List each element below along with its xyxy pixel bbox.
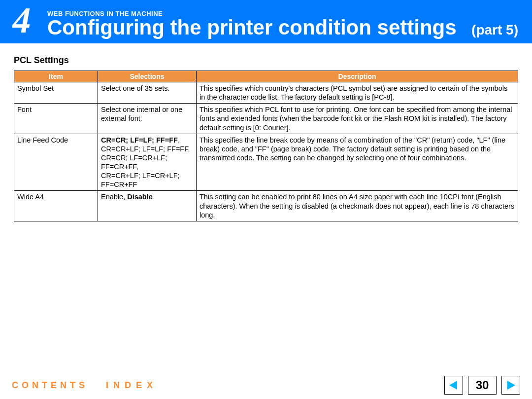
prev-page-button[interactable] (444, 376, 463, 395)
contents-link[interactable]: CONTENTS (12, 380, 88, 391)
selection-lead: Enable, (101, 193, 127, 201)
page-number: 30 (468, 376, 497, 395)
cell-item: Symbol Set (14, 82, 98, 104)
th-description: Description (197, 71, 518, 82)
page-footer: CONTENTS INDEX 30 (0, 375, 532, 399)
cell-item: Font (14, 104, 98, 134)
cell-description: This specifies the line break code by me… (197, 134, 518, 191)
th-selections: Selections (98, 71, 197, 82)
cell-selections: CR=CR; LF=LF; FF=FF, CR=CR+LF; LF=LF; FF… (98, 134, 197, 191)
cell-item: Wide A4 (14, 191, 98, 221)
table-row: Font Select one internal or one external… (14, 104, 518, 134)
pcl-settings-heading: PCL Settings (14, 55, 518, 66)
pcl-settings-table: Item Selections Description Symbol Set S… (14, 71, 518, 221)
table-row: Wide A4 Enable, Disable This setting can… (14, 191, 518, 221)
th-item: Item (14, 71, 98, 82)
chapter-header: 4 WEB FUNCTIONS IN THE MACHINE Configuri… (0, 0, 532, 43)
triangle-right-icon (505, 380, 516, 391)
table-row: Symbol Set Select one of 35 sets. This s… (14, 82, 518, 104)
pager: 30 (444, 376, 520, 395)
cell-description: This setting can be enabled to print 80 … (197, 191, 518, 221)
index-link[interactable]: INDEX (106, 380, 158, 391)
svg-marker-1 (507, 381, 515, 390)
svg-marker-0 (449, 381, 457, 390)
next-page-button[interactable] (501, 376, 520, 395)
cell-selections: Enable, Disable (98, 191, 197, 221)
table-row: Line Feed Code CR=CR; LF=LF; FF=FF, CR=C… (14, 134, 518, 191)
cell-item: Line Feed Code (14, 134, 98, 191)
cell-selections: Select one of 35 sets. (98, 82, 197, 104)
chapter-number: 4 (0, 0, 43, 43)
cell-selections: Select one internal or one external font… (98, 104, 197, 134)
page-title: Configuring the printer condition settin… (47, 17, 457, 38)
triangle-left-icon (448, 380, 459, 391)
cell-description: This specifies which PCL font to use for… (197, 104, 518, 134)
cell-description: This specifies which country's character… (197, 82, 518, 104)
header-text-block: WEB FUNCTIONS IN THE MACHINE Configuring… (43, 0, 532, 43)
selection-default-bold: Disable (127, 193, 153, 201)
part-label: (part 5) (471, 22, 518, 38)
selection-default-bold: CR=CR; LF=LF; FF=FF (101, 136, 178, 144)
